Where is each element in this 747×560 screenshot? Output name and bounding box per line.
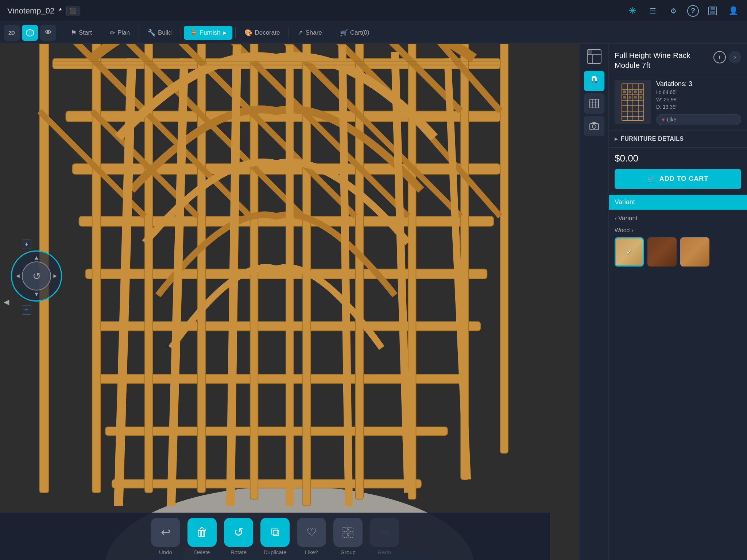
like-button-label: Like (667, 117, 676, 122)
dimension-height: H: 84.65" (656, 89, 741, 95)
variant-arrow-icon: ▾ (615, 216, 617, 221)
nav-share[interactable]: ↗ Share (292, 26, 328, 40)
svg-point-88 (623, 90, 626, 93)
svg-rect-1 (711, 7, 715, 10)
group-label: Group (340, 549, 356, 555)
nav-cart[interactable]: 🛒 Cart(0) (334, 26, 375, 40)
svg-point-91 (639, 90, 642, 93)
panel-header: Full Height Wine Rack Module 7ft i › (609, 44, 747, 75)
project-icon[interactable]: ⬛ (66, 6, 80, 16)
zoom-minus-btn[interactable]: − (22, 305, 31, 315)
menu-icon[interactable]: ☰ (646, 4, 659, 18)
rotation-inner-ring[interactable]: ↺ (22, 261, 51, 291)
swatch-dark[interactable] (647, 237, 677, 267)
toolbar-duplicate[interactable]: ⧉ Duplicate (260, 518, 290, 555)
nav-share-label: Share (305, 29, 322, 36)
magnet-tool[interactable] (584, 71, 604, 91)
nav-plan[interactable]: ✏ Plan (104, 26, 136, 40)
undo-button[interactable]: ↩ (151, 518, 180, 547)
add-to-cart-button[interactable]: 🛒 ADD TO CART (615, 169, 741, 189)
redo-button[interactable]: ↪ (370, 518, 399, 547)
dimension-width: W: 25.98" (656, 97, 741, 102)
toolbar-like[interactable]: ♡ Like? (297, 518, 326, 555)
variant-section-label: Variant (618, 215, 638, 222)
rotation-arrow-up[interactable]: ▲ (34, 254, 39, 261)
top-bar-right: ✳ ☰ ⚙ ? 👤 (626, 4, 740, 18)
gear-icon[interactable]: ⚙ (667, 4, 680, 18)
top-bar: Vinotemp_02 * ⬛ ✳ ☰ ⚙ ? 👤 (0, 0, 747, 22)
wood-label-text: Wood (615, 227, 630, 234)
toolbar-group[interactable]: Group (333, 518, 363, 555)
rotate-button[interactable]: ↺ (224, 518, 253, 547)
rotation-arrow-down[interactable]: ▼ (34, 291, 39, 298)
help-icon[interactable]: ? (687, 5, 699, 17)
nav-start[interactable]: ⚑ Start (65, 26, 98, 40)
duplicate-label: Duplicate (264, 549, 287, 555)
rotation-arrow-left[interactable]: ◄ (15, 273, 21, 279)
variant-section: ▾ Variant Wood ▾ ✓ (609, 210, 747, 272)
variant-label[interactable]: ▾ Variant (615, 215, 741, 222)
svg-point-95 (639, 96, 642, 99)
zoom-in-button[interactable]: + (22, 240, 31, 249)
product-like-button[interactable]: ♥ Like (656, 114, 741, 125)
toolbar-delete[interactable]: 🗑 Delete (187, 518, 217, 555)
delete-button[interactable]: 🗑 (187, 518, 217, 547)
asterisk-icon[interactable]: ✳ (626, 4, 639, 18)
furniture-details-header[interactable]: ▶ FURNITURE DETAILS (609, 131, 747, 148)
camera-tool[interactable] (584, 116, 604, 136)
toolbar-rotate[interactable]: ↺ Rotate (224, 518, 253, 555)
3d-scene: ↺ ▲ ▼ ◄ ► + − ◀ (0, 44, 579, 560)
swatch-medium[interactable] (680, 237, 709, 267)
rotation-outer-ring[interactable]: ↺ ▲ ▼ ◄ ► (11, 250, 62, 302)
undo-label: Undo (159, 549, 172, 555)
swatch-light[interactable]: ✓ (615, 237, 644, 267)
view-3d-button[interactable] (22, 25, 38, 41)
zoom-plus-btn[interactable]: + (22, 240, 31, 249)
toolbar-undo[interactable]: ↩ Undo (151, 518, 180, 555)
group-button[interactable] (333, 518, 363, 547)
project-modified: * (59, 6, 62, 16)
cart-icon-btn: 🛒 (647, 175, 656, 183)
furniture-details-label: FURNITURE DETAILS (621, 136, 684, 142)
view-2d-button[interactable]: 2D (4, 25, 20, 41)
toolbar-redo[interactable]: ↪ Redo (370, 518, 399, 555)
rotation-wheel[interactable]: ↺ ▲ ▼ ◄ ► (11, 250, 62, 302)
nav-furnish[interactable]: 🪑 Furnish ▶ (184, 26, 233, 40)
nav-decorate[interactable]: 🎨 Decorate (239, 26, 286, 40)
product-thumbnail (615, 80, 651, 124)
svg-rect-68 (595, 81, 597, 83)
start-icon: ⚑ (71, 29, 77, 37)
grid-tool[interactable] (584, 93, 604, 114)
info-button[interactable]: i (713, 51, 726, 63)
product-details: Variations: 3 H: 84.65" W: 25.98" D: 13.… (656, 80, 741, 125)
variant-tab-label: Variant (615, 198, 635, 206)
rotation-arrow-right[interactable]: ► (52, 273, 58, 279)
variant-tab[interactable]: Variant (609, 195, 747, 210)
viewport[interactable]: ↺ ▲ ▼ ◄ ► + − ◀ (0, 44, 579, 560)
nav-divider-1 (101, 27, 101, 38)
next-button[interactable]: › (729, 51, 741, 63)
svg-point-93 (628, 96, 631, 99)
panel-header-icons: i › (713, 51, 741, 63)
svg-rect-60 (349, 527, 353, 532)
share-icon: ↗ (298, 29, 303, 37)
save-icon[interactable] (706, 4, 719, 18)
expand-left-arrow[interactable]: ◀ (4, 298, 9, 306)
view-eye-button[interactable]: 👁 (40, 25, 56, 41)
svg-rect-62 (349, 533, 353, 537)
wood-label[interactable]: Wood ▾ (615, 227, 741, 234)
floorplan-tool[interactable] (585, 47, 603, 67)
nav-build[interactable]: 🔧 Build (142, 26, 178, 40)
dimension-depth: D: 13.39" (656, 104, 741, 110)
nav-start-label: Start (79, 29, 92, 36)
zoom-out-button[interactable]: − (22, 305, 31, 315)
delete-label: Delete (194, 549, 210, 555)
like-button[interactable]: ♡ (297, 518, 326, 547)
user-icon[interactable]: 👤 (727, 4, 740, 18)
nav-divider-2 (139, 27, 139, 38)
nav-divider-4 (235, 27, 236, 38)
duplicate-button[interactable]: ⧉ (260, 518, 290, 547)
svg-rect-69 (590, 99, 599, 108)
bottom-toolbar: ↩ Undo 🗑 Delete ↺ Rotate ⧉ Duplicate ♡ L… (0, 513, 550, 560)
rotation-control[interactable]: ↺ ▲ ▼ ◄ ► (11, 250, 62, 302)
